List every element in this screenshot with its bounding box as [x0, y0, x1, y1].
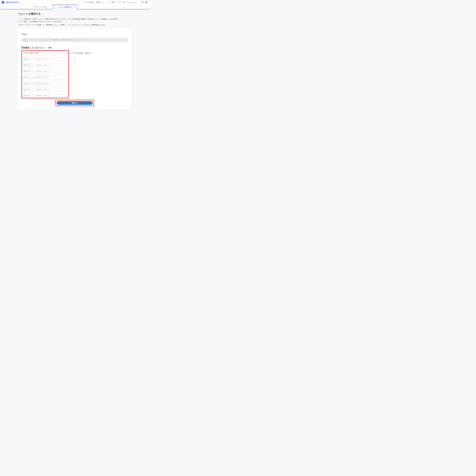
- nav-item-plan-list[interactable]: プラン一覧: [118, 1, 125, 3]
- font-slot-row: [22, 76, 68, 79]
- chevron-down-icon: [125, 39, 126, 41]
- page-note-text: ※オーナー権限もしくは管理者権限が付与されているアカウントのみ設定可能です。: [18, 21, 131, 22]
- tab-strip: アクティベートする フォントを選択する: [0, 5, 149, 9]
- tab-select-fonts[interactable]: フォントを選択する: [52, 5, 77, 9]
- font-slot-row: [22, 82, 68, 85]
- plan-id-redacted-value: [37, 39, 51, 41]
- font-slot-row: [22, 88, 68, 91]
- favorites-button[interactable]: [141, 1, 143, 3]
- header-nav: サービスの特徴 ご利用ガイド フォントを探す プラン一覧 コンシェルジュ: [81, 1, 147, 3]
- confirmed-fonts-heading-row: 現在確定しているフォント 0/8: [21, 46, 128, 49]
- logo-pill-gray: [4, 1, 5, 3]
- plan-name: Select8: [23, 39, 28, 41]
- main-content: フォントを選択する フォントは確定ボタンを押すことによって選択され使えるようにな…: [0, 12, 149, 109]
- font-search-input[interactable]: [22, 57, 68, 61]
- nav-item-concierge[interactable]: コンシェルジュ: [127, 1, 137, 3]
- hamburger-icon: [145, 1, 147, 3]
- morisawa-logo[interactable]: Morisawa Fonts: [2, 1, 18, 3]
- plan-renewal-date: 契約更新日：2026年10月31日: [52, 39, 72, 41]
- confirmed-fonts-count: 0/8: [49, 47, 51, 49]
- page-title: フォントを選択する: [18, 12, 131, 16]
- nav-item-find-fonts[interactable]: フォントを探す: [106, 1, 116, 3]
- confirm-annotation-box: 確定する: [55, 100, 94, 106]
- font-slot-row-selected: ×: [22, 51, 68, 55]
- header: Morisawa Fonts サービスの特徴 ご利用ガイド フォントを探す プラ…: [0, 0, 149, 5]
- tab-activate[interactable]: アクティベートする: [28, 5, 52, 9]
- nav-item-user-guide[interactable]: ご利用ガイド: [95, 1, 103, 3]
- logo-pill-blue: [2, 1, 3, 3]
- confirm-button[interactable]: 確定する: [57, 101, 93, 105]
- plan-license-count: ライセンス：1/1: [74, 39, 85, 41]
- font-search-input[interactable]: [22, 82, 68, 85]
- plan-heading: プラン: [21, 33, 128, 36]
- font-search-input[interactable]: [22, 63, 68, 67]
- font-slots-area: ×: [21, 50, 128, 98]
- font-slot-row: [22, 57, 68, 61]
- plan-selector[interactable]: Select8 プランID： 契約更新日：2026年10月31日 ライセンス：1…: [21, 38, 128, 42]
- page-intro-text: フォントは確定ボタンを押すことによって選択され使えるようになります。プランで選択…: [18, 18, 131, 20]
- font-search-input[interactable]: [22, 94, 68, 98]
- font-slot-row: [22, 94, 68, 98]
- morisawa-logo-icon: [2, 1, 5, 3]
- font-search-input[interactable]: [22, 88, 68, 91]
- close-icon: ×: [66, 52, 67, 54]
- font-search-input[interactable]: [22, 76, 68, 79]
- confirmed-fonts-heading: 現在確定しているフォント: [21, 46, 46, 49]
- page-instruction-text: その上で「アクティベートする画面」で「利用可能なフォント」を選択し、フォントをア…: [18, 24, 131, 26]
- font-slot-row: [22, 69, 68, 73]
- heart-icon: [141, 1, 143, 3]
- selected-font-input[interactable]: [22, 51, 68, 55]
- nav-item-service-features[interactable]: サービスの特徴: [84, 1, 93, 3]
- plan-id-label: プランID：: [30, 39, 37, 41]
- font-preview-text: デジタル文字は美しく進化する: [70, 52, 91, 54]
- font-search-input[interactable]: [22, 69, 68, 73]
- menu-button[interactable]: [145, 1, 147, 3]
- font-slots-annotation-box: ×: [21, 50, 69, 98]
- clear-font-button[interactable]: ×: [65, 51, 68, 55]
- plan-card: プラン Select8 プランID： 契約更新日：2026年10月31日 ライセ…: [18, 29, 131, 109]
- font-slot-row: [22, 63, 68, 67]
- logo-text: Morisawa Fonts: [6, 1, 18, 3]
